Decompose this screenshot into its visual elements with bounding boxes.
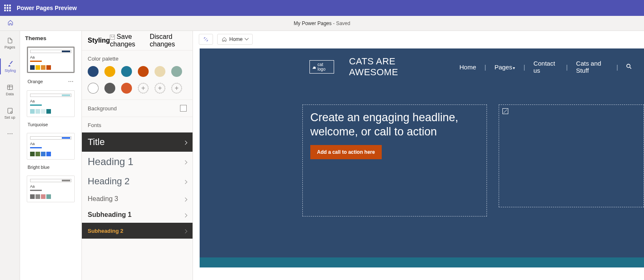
color-swatch[interactable] (155, 66, 165, 77)
color-palette: + + + (82, 66, 193, 99)
save-icon (110, 35, 115, 40)
breadcrumb-label: Home (229, 36, 243, 42)
color-swatch[interactable] (171, 66, 182, 77)
more-icon: ⋯ (7, 130, 13, 137)
cta-button[interactable]: Add a call to action here (310, 145, 382, 159)
background-label: Background (88, 105, 117, 112)
document-header: My Power Pages - Saved (0, 16, 644, 31)
home-icon[interactable] (8, 20, 13, 27)
theme-card-turquoise[interactable]: Aa (27, 90, 75, 117)
svg-point-2 (10, 112, 12, 113)
chevron-right-icon (184, 195, 187, 203)
app-launcher-icon[interactable] (4, 5, 11, 11)
theme-label: Bright blue (28, 165, 50, 170)
rail-label: Styling (5, 69, 16, 73)
theme-label: Orange (28, 79, 43, 84)
chevron-right-icon (184, 158, 187, 165)
font-row-h3[interactable]: Heading 3 (82, 191, 193, 207)
rail-more[interactable]: ⋯ (0, 129, 20, 139)
search-icon[interactable] (618, 63, 632, 71)
discard-button[interactable]: Discard changes (150, 33, 188, 48)
color-swatch[interactable] (121, 83, 132, 94)
save-status: - Saved (333, 20, 350, 26)
add-color-button[interactable]: + (171, 83, 182, 94)
themes-header: Themes (20, 31, 81, 45)
chevron-right-icon (184, 138, 187, 146)
color-swatch[interactable] (121, 66, 132, 77)
svg-point-3 (627, 64, 630, 67)
accent-strip (200, 257, 644, 267)
site-brand[interactable]: CATS ARE AWESOME (349, 56, 440, 78)
breadcrumb-home[interactable]: Home (217, 34, 253, 45)
color-swatch[interactable] (104, 83, 115, 94)
chevron-right-icon (184, 227, 187, 234)
font-row-sh1[interactable]: Subheading 1 (82, 207, 193, 223)
hero-text-block[interactable]: Create an engaging headline, welcome, or… (302, 104, 487, 216)
gear-icon (6, 107, 14, 115)
chevron-down-icon (245, 36, 248, 42)
theme-card-orange[interactable]: Aa (27, 46, 75, 73)
rail-data[interactable]: Data (0, 82, 20, 98)
add-color-button[interactable]: + (155, 83, 165, 94)
panel-title: Styling (82, 31, 110, 51)
font-row-title[interactable]: Title (82, 132, 193, 152)
nav-link-home[interactable]: Home (451, 64, 484, 71)
left-rail: Pages Styling Data Set up ⋯ (0, 31, 20, 280)
app-title: Power Pages Preview (17, 5, 77, 11)
expand-button[interactable] (199, 34, 213, 45)
rail-label: Set up (4, 115, 15, 120)
font-row-h2[interactable]: Heading 2 (82, 172, 193, 191)
intro-section: Introduction section (200, 267, 644, 280)
save-button[interactable]: Save changes (110, 33, 148, 48)
rail-styling[interactable]: Styling (0, 59, 20, 74)
table-icon (6, 84, 14, 91)
color-palette-label: Color palette (82, 51, 193, 66)
fonts-label: Fonts (82, 117, 193, 132)
hero-image-block[interactable] (499, 104, 644, 207)
theme-card-brightblue[interactable]: Aa (27, 133, 75, 160)
project-name: My Power Pages (294, 20, 332, 26)
color-swatch[interactable] (88, 66, 99, 77)
color-swatch[interactable] (88, 83, 99, 94)
rail-label: Pages (5, 45, 15, 49)
rail-pages[interactable]: Pages (0, 35, 20, 51)
add-color-button[interactable]: + (138, 83, 149, 94)
background-checkbox[interactable] (180, 105, 187, 112)
theme-card-4[interactable]: Aa (27, 176, 75, 202)
rail-setup[interactable]: Set up (0, 105, 20, 121)
broken-image-icon (502, 108, 508, 114)
font-row-sh2[interactable]: Subheading 2 (82, 223, 193, 239)
rail-label: Data (6, 92, 14, 96)
hero-headline[interactable]: Create an engaging headline, welcome, or… (310, 111, 479, 139)
home-icon (222, 37, 227, 42)
canvas-toolbar: Home (193, 31, 644, 48)
site-hero-section: cat logo CATS ARE AWESOME Home| Pages▾| … (200, 48, 644, 257)
styling-detail-panel: Styling Save changes Discard changes Col… (82, 31, 193, 280)
font-row-h1[interactable]: Heading 1 (82, 152, 193, 172)
brush-icon (7, 60, 14, 68)
nav-link-pages[interactable]: Pages▾ (486, 64, 524, 71)
canvas-area: Home cat logo CATS ARE AWESOME Home| Pag… (193, 31, 644, 280)
chevron-right-icon (184, 178, 187, 185)
site-nav: cat logo CATS ARE AWESOME Home| Pages▾| … (200, 48, 644, 78)
nav-link-contact[interactable]: Contact us (525, 60, 566, 74)
project-title: My Power Pages - Saved (294, 20, 350, 26)
svg-rect-0 (8, 85, 13, 90)
preview-surface: cat logo CATS ARE AWESOME Home| Pages▾| … (200, 48, 644, 280)
background-row[interactable]: Background (82, 100, 193, 117)
global-header: Power Pages Preview (0, 0, 644, 16)
site-logo[interactable]: cat logo (309, 60, 334, 74)
color-swatch[interactable] (104, 66, 115, 77)
themes-panel: Themes Aa Orange ⋯ Aa Turquoise Aa (20, 31, 82, 280)
chevron-right-icon (184, 211, 187, 219)
color-swatch[interactable] (138, 66, 149, 77)
svg-rect-1 (8, 108, 12, 113)
nav-link-cats[interactable]: Cats and Stuff (568, 60, 616, 74)
theme-more-icon[interactable]: ⋯ (68, 78, 74, 84)
theme-label: Turquoise (28, 122, 48, 127)
font-list: Title Heading 1 Heading 2 Heading 3 Subh… (82, 132, 193, 239)
theme-list: Aa Orange ⋯ Aa Turquoise Aa Brigh (20, 45, 81, 280)
page-icon (6, 37, 14, 44)
